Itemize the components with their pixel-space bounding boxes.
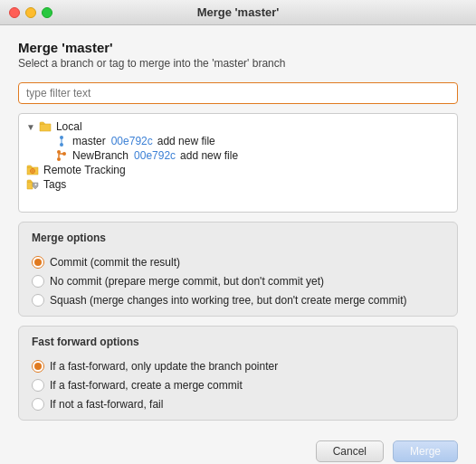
radio-nocommit[interactable] xyxy=(32,275,44,288)
cancel-button[interactable]: Cancel xyxy=(316,440,384,462)
local-label: Local xyxy=(56,120,82,133)
radio-commit[interactable] xyxy=(32,256,44,269)
radio-ff-fail[interactable] xyxy=(32,398,44,411)
newbranch-msg: add new file xyxy=(180,149,238,162)
ff-option-merge-label: If a fast-forward, create a merge commit xyxy=(50,379,243,392)
merge-options-section: Merge options Commit (commit the result)… xyxy=(18,222,458,317)
merge-option-squash-label: Squash (merge changes into working tree,… xyxy=(50,294,406,307)
merge-dialog: Merge 'master' Select a branch or tag to… xyxy=(0,25,476,464)
ff-option-fail[interactable]: If not a fast-forward, fail xyxy=(32,398,444,411)
minimize-button[interactable] xyxy=(25,7,36,18)
merge-option-nocommit[interactable]: No commit (prepare merge commit, but don… xyxy=(32,275,444,288)
merge-button[interactable]: Merge xyxy=(393,440,458,462)
expand-arrow: ▼ xyxy=(26,122,35,132)
maximize-button[interactable] xyxy=(42,7,52,18)
tags-folder-icon xyxy=(26,178,39,191)
title-bar: Merge 'master' xyxy=(0,0,476,25)
radio-squash[interactable] xyxy=(32,294,44,307)
master-msg: add new file xyxy=(157,135,215,147)
ff-option-update-label: If a fast-forward, only update the branc… xyxy=(50,360,278,373)
svg-point-11 xyxy=(35,184,37,185)
bottom-buttons: Cancel Merge xyxy=(18,435,458,464)
dialog-title: Merge 'master' xyxy=(18,40,458,55)
merge-options-label: Merge options xyxy=(32,232,444,244)
filter-input[interactable] xyxy=(18,82,458,104)
ff-option-fail-label: If not a fast-forward, fail xyxy=(50,398,163,411)
dialog-header: Merge 'master' Select a branch or tag to… xyxy=(18,40,458,70)
merge-option-commit-label: Commit (commit the result) xyxy=(50,256,180,269)
tags-label: Tags xyxy=(43,178,66,191)
branch-icon-2 xyxy=(55,149,68,162)
dialog-subtitle: Select a branch or tag to merge into the… xyxy=(18,57,458,70)
branch-master[interactable]: master 00e792c add new file xyxy=(23,134,453,148)
merge-option-commit[interactable]: Commit (commit the result) xyxy=(32,256,444,269)
merge-option-squash[interactable]: Squash (merge changes into working tree,… xyxy=(32,294,444,307)
branch-tree: ▼ Local master 00e792c add new file xyxy=(18,113,458,213)
ff-option-update[interactable]: If a fast-forward, only update the branc… xyxy=(32,360,444,373)
folder-icon xyxy=(39,120,52,133)
svg-point-4 xyxy=(57,157,61,161)
remote-folder-icon xyxy=(26,164,39,176)
window-title: Merge 'master' xyxy=(197,5,280,19)
tree-tags-folder[interactable]: Tags xyxy=(23,177,453,192)
newbranch-label: NewBranch xyxy=(72,149,129,162)
svg-rect-2 xyxy=(62,137,62,145)
merge-option-nocommit-label: No commit (prepare merge commit, but don… xyxy=(50,275,324,288)
branch-icon xyxy=(55,135,68,147)
master-hash: 00e792c xyxy=(111,135,153,147)
newbranch-hash: 00e792c xyxy=(134,149,176,162)
tree-local-folder[interactable]: ▼ Local xyxy=(23,119,453,134)
remote-tracking-label: Remote Tracking xyxy=(43,164,126,176)
traffic-lights xyxy=(9,7,52,18)
ff-option-merge[interactable]: If a fast-forward, create a merge commit xyxy=(32,379,444,392)
fast-forward-options-label: Fast forward options xyxy=(32,336,444,348)
svg-marker-10 xyxy=(33,183,38,189)
tree-remote-folder[interactable]: Remote Tracking xyxy=(23,163,453,177)
close-button[interactable] xyxy=(9,7,20,18)
radio-ff-update[interactable] xyxy=(32,360,44,373)
master-branch-label: master xyxy=(72,135,106,147)
radio-ff-merge[interactable] xyxy=(32,379,44,392)
fast-forward-options-section: Fast forward options If a fast-forward, … xyxy=(18,326,458,421)
branch-newbranch[interactable]: NewBranch 00e792c add new file xyxy=(23,148,453,163)
